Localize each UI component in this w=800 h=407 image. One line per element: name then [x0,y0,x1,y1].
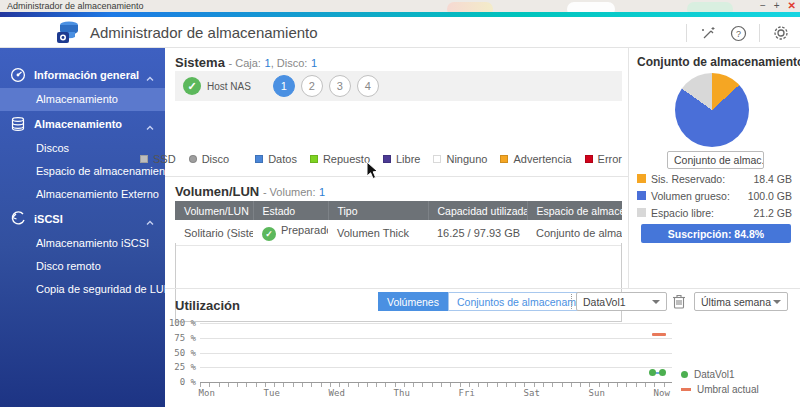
table-header-cell[interactable]: Capacidad utilizada [428,201,527,220]
x-axis-tick-label: Tue [264,388,280,398]
gridline [200,323,672,324]
utilization-tabs: VolúmenesConjuntos de almacenamiento [378,292,608,311]
volume-count-label: - Volumen: [263,186,316,198]
legend-item: Advertencia [500,153,571,165]
sidebar-item[interactable]: Almacenamiento Externo [0,183,165,206]
y-axis-tick-label: 0 % [165,377,196,387]
pool-legend-value: 18.4 GB [753,173,792,185]
disk-slot[interactable]: 1 [273,75,295,97]
x-axis-tick-label: Sat [524,388,540,398]
sidebar-item[interactable]: Copia de seguridad de LUN [0,278,165,301]
window-title: Administrador de almacenamiento [7,1,144,11]
table-header-cell[interactable]: Tipo [328,201,428,220]
sidebar-item[interactable]: Almacenamiento [0,88,165,111]
chart-legend-marker [681,388,691,391]
sidebar-section-header[interactable]: iSCSI [0,206,165,232]
system-section-title: Sistema - Caja: 1, Disco: 1 [175,55,317,70]
desktop-blob [447,2,493,12]
pool-legend-value: 21.2 GB [753,207,792,219]
chevron-down-icon [652,300,660,304]
gauge-icon [10,67,26,83]
utilization-title: Utilización [175,298,240,313]
page-title: Administrador de almacenamiento [90,24,318,41]
legend-label: Advertencia [513,153,571,165]
svg-text:?: ? [735,29,740,39]
gear-icon[interactable] [772,24,790,42]
disk-slot[interactable]: 2 [301,75,323,97]
legend-label: Ninguno [446,153,487,165]
x-axis-tick-label: Fri [459,388,475,398]
sidebar-nav: Información generalAlmacenamientoAlmacen… [0,48,165,407]
table-row[interactable]: Solitario (Siste...✓PreparadoVolumen Thi… [175,220,622,246]
volume-type-cell: Volumen Thick [328,220,428,246]
volume-title-text: Volumen/LUN [175,184,259,199]
legend-item: Error [585,153,622,165]
pool-legend-swatch [637,174,646,183]
chart-legend-row: DataVol1 [681,367,759,382]
maximize-button[interactable]: + [774,1,780,11]
sidebar-section-header[interactable]: Información general [0,62,165,88]
minimize-button[interactable]: − [760,1,766,11]
volume-count-link[interactable]: 1 [319,186,325,198]
pool-select-value: Conjunto de almac... [674,154,764,166]
legend-item: Libre [383,153,420,165]
desktop-blob [567,2,615,12]
os-titlebar: Administrador de almacenamiento − + ✕ [0,0,800,12]
sidebar-section: iSCSIAlmacenamiento iSCSIDisco remotoCop… [0,206,165,301]
y-axis-tick-label: 25 % [165,362,196,372]
legend-swatch [310,155,318,163]
table-header-cell[interactable]: Volumen/LUN [175,201,253,220]
chevron-down-icon [773,300,781,304]
volume-table-body: Solitario (Siste...✓PreparadoVolumen Thi… [175,220,622,246]
sidebar-item[interactable]: Disco remoto [0,255,165,278]
legend-item: SSD [140,153,176,165]
x-axis-tick-label: Now [654,388,670,398]
main-content: Sistema - Caja: 1, Disco: 1 ✓ Host NAS 1… [165,48,800,407]
disk-label: , Disco: [271,57,308,69]
system-title-text: Sistema [175,55,225,70]
gridline [200,338,672,339]
disk-slot[interactable]: 4 [357,75,379,97]
pool-legend-swatch [637,208,646,217]
legend-swatch [383,155,391,163]
header-divider [686,24,687,42]
sidebar-item[interactable]: Almacenamiento iSCSI [0,232,165,255]
trash-icon[interactable] [672,293,688,310]
chevron-up-icon[interactable] [145,119,155,129]
chevron-up-icon[interactable] [145,70,155,80]
x-axis-tick-label: Mon [199,388,215,398]
close-button[interactable]: ✕ [788,1,796,11]
mouse-cursor [366,161,379,180]
sidebar-section-label: Almacenamiento [34,118,145,130]
status-ok-icon: ✓ [262,227,276,241]
volume-table-head: Volumen/LUNEstadoTipoCapacidad utilizada… [175,201,622,220]
iscsi-icon [10,211,26,227]
series-data-point[interactable] [649,369,656,376]
volume-select[interactable]: DataVol1 [576,292,667,311]
table-header-cell[interactable]: Estado [253,201,328,220]
legend-swatch [433,155,441,163]
utilization-divider [165,288,800,289]
table-header-cell[interactable]: Espacio de almacena... [527,201,622,220]
period-select[interactable]: Última semana [694,292,788,311]
disk-slots: 1234 [273,75,379,97]
pool-select[interactable]: Conjunto de almac... [667,151,764,169]
help-icon[interactable]: ? [729,24,747,42]
gridline [200,367,672,368]
y-axis-tick-label: 75 % [165,333,196,343]
disks-icon [10,116,26,132]
chart-legend-label: DataVol1 [694,369,735,380]
host-status-ok-icon: ✓ [183,77,201,95]
app-header: Administrador de almacenamiento ? [0,17,800,48]
storage-manager-window: Administrador de almacenamiento − + ✕ Ad… [0,0,800,407]
sidebar-section-header[interactable]: Almacenamiento [0,111,165,137]
disk-slot[interactable]: 3 [329,75,351,97]
disk-count-link[interactable]: 1 [311,57,317,69]
section-divider [165,176,628,177]
series-data-point[interactable] [659,369,666,376]
tab-volumes[interactable]: Volúmenes [378,292,448,311]
subscription-badge[interactable]: Suscripción: 84.8% [641,224,791,243]
chevron-up-icon[interactable] [145,214,155,224]
wand-icon[interactable] [699,24,717,42]
legend-item: Ninguno [433,153,487,165]
